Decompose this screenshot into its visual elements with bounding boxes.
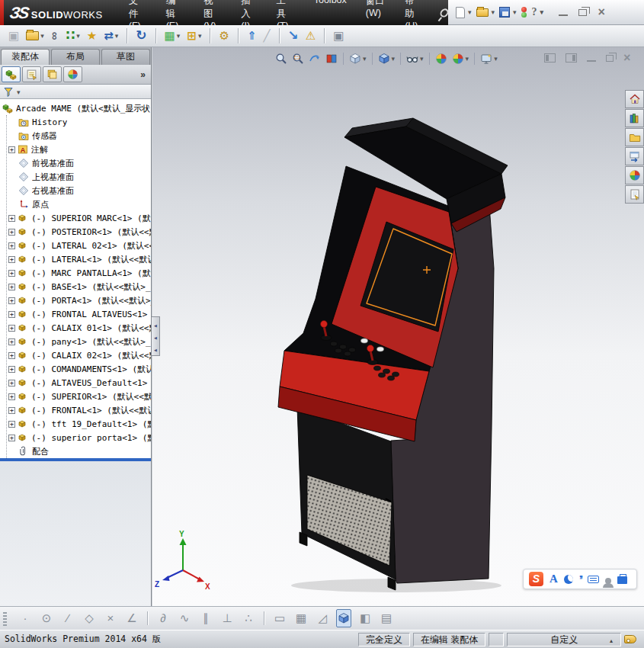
ime-keyboard-icon[interactable] xyxy=(588,576,599,583)
ime-user-icon[interactable] xyxy=(605,578,611,584)
insert-component-icon[interactable] xyxy=(8,27,20,45)
expand-toggle[interactable] xyxy=(8,297,15,304)
expand-toggle[interactable] xyxy=(8,325,15,332)
doc-minimize-icon[interactable] xyxy=(587,54,596,62)
snap-polygon-icon[interactable]: ◇ xyxy=(82,609,97,627)
expand-toggle[interactable] xyxy=(8,311,15,318)
tree-item-component[interactable]: (-) PORTA<1> (默认<<默认>_ xyxy=(7,294,151,307)
tree-item-top-plane[interactable]: 上视基准面 xyxy=(7,170,151,184)
pane-left-icon[interactable] xyxy=(544,53,556,63)
tree-item-mates[interactable]: 配合 xyxy=(7,444,151,458)
open-document-icon[interactable] xyxy=(25,27,45,45)
expand-toggle[interactable] xyxy=(8,229,15,236)
edit-appearance-icon[interactable] xyxy=(434,52,448,66)
graphics-area[interactable]: × xyxy=(152,47,644,606)
arcade-cabinet-model[interactable] xyxy=(278,118,508,592)
section-view-icon[interactable] xyxy=(325,52,338,66)
snap-point-icon[interactable]: · xyxy=(18,609,33,627)
tree-item-component[interactable]: (-) FRONTAL<1> (默认<<默认 xyxy=(7,403,151,417)
new-document-button[interactable] xyxy=(456,7,472,18)
snap-perpendicular-icon[interactable]: ⊥ xyxy=(219,609,235,627)
apply-scene-icon[interactable] xyxy=(451,52,470,66)
panel-splitter-handle[interactable] xyxy=(152,316,160,356)
exploded-view-icon[interactable] xyxy=(246,27,258,45)
expand-toggle[interactable] xyxy=(8,284,15,290)
tree-item-history[interactable]: History xyxy=(7,115,151,129)
tree-item-component[interactable]: (-) CALAIX 02<1> (默认<<默 xyxy=(7,348,151,362)
new-motion-study-icon[interactable] xyxy=(218,27,229,45)
snap-grid-icon[interactable]: ▦ xyxy=(293,609,309,627)
toolbar-grip[interactable] xyxy=(3,611,7,626)
tree-item-component[interactable]: (-) tft 19_Default<1> (默 xyxy=(7,417,151,431)
ime-punctuation-icon[interactable]: ’’ xyxy=(579,573,582,585)
tree-item-component[interactable]: (-) COMANDAMENTS<1> (默认 xyxy=(7,362,151,376)
tree-item-front-plane[interactable]: 前视基准面 xyxy=(7,156,151,170)
expand-toggle[interactable] xyxy=(8,435,15,441)
hide-show-items-icon[interactable] xyxy=(405,52,425,66)
tree-item-component[interactable]: (-) MARC PANTALLA<1> (默认 xyxy=(7,266,151,280)
tab-sketch[interactable]: 草图 xyxy=(101,49,150,65)
previous-view-icon[interactable] xyxy=(308,52,322,66)
expand-toggle[interactable] xyxy=(8,393,15,400)
snap-line-icon[interactable]: ∕ xyxy=(60,609,75,627)
snap-spline-icon[interactable]: ∿ xyxy=(177,609,192,627)
rotate-component-icon[interactable] xyxy=(135,27,147,45)
tree-item-component[interactable]: (-) SUPERIOR<1> (默认<<默 xyxy=(7,390,151,403)
smart-fasteners-icon[interactable] xyxy=(86,27,98,45)
zoom-to-area-icon[interactable] xyxy=(291,52,305,66)
tree-item-sensors[interactable]: 传感器 xyxy=(7,129,151,143)
doc-close-icon[interactable]: × xyxy=(623,54,630,62)
featuremanager-tree-tab[interactable] xyxy=(2,66,21,82)
expand-toggle[interactable] xyxy=(8,338,15,345)
viewport-pane-icon[interactable]: ◧ xyxy=(357,609,373,627)
tree-root-assembly[interactable]: Arcade MAME (默认<默认_显示状 xyxy=(0,101,151,115)
save-button[interactable] xyxy=(499,7,517,18)
open-document-button[interactable] xyxy=(476,8,495,17)
help-button[interactable]: ? xyxy=(532,6,544,18)
custom-toolbar-selector[interactable]: 自定义 xyxy=(507,633,621,646)
snap-length-icon[interactable]: ▭ xyxy=(272,609,287,627)
pane-right-icon[interactable] xyxy=(566,53,577,63)
snap-angle-icon[interactable]: ∠ xyxy=(124,609,139,627)
expand-toggle[interactable] xyxy=(8,352,15,359)
expand-toggle[interactable] xyxy=(8,407,15,414)
tree-item-annotations[interactable]: 注解 xyxy=(7,143,151,156)
custom-properties-icon[interactable] xyxy=(625,185,644,204)
expand-toggle[interactable] xyxy=(8,256,15,263)
home-icon[interactable] xyxy=(625,90,644,108)
tree-item-component[interactable]: (-) superior porta<1> (默 xyxy=(7,431,151,444)
file-explorer-icon[interactable] xyxy=(625,147,644,165)
solidworks-resources-icon[interactable] xyxy=(625,109,644,127)
filter-funnel-icon[interactable] xyxy=(3,86,14,97)
tag-icon[interactable] xyxy=(624,635,636,643)
doc-restore-icon[interactable] xyxy=(606,55,614,62)
instant3d-warning-icon[interactable] xyxy=(305,27,316,45)
tree-item-component[interactable]: (-) BASE<1> (默认<<默认>_ xyxy=(7,280,151,294)
preview-window-icon[interactable] xyxy=(332,27,344,45)
appearances-scenes-icon[interactable] xyxy=(625,166,644,184)
expand-toggle[interactable] xyxy=(8,242,15,249)
tab-assembly[interactable]: 装配体 xyxy=(1,49,50,65)
shaded-cube-icon[interactable] xyxy=(336,609,351,627)
view-orientation-icon[interactable] xyxy=(348,52,367,66)
mate-icon[interactable] xyxy=(50,27,60,45)
large-design-review-icon[interactable] xyxy=(287,27,300,45)
tree-item-component[interactable]: (-) pany<1> (默认<<默认>_ xyxy=(7,335,151,348)
expand-toggle[interactable] xyxy=(8,380,15,387)
tree-item-component[interactable]: (-) POSTERIOR<1> (默认<<默 xyxy=(7,225,151,239)
tree-item-component[interactable]: (-) CALAIX 01<1> (默认<<默 xyxy=(7,321,151,335)
linear-component-pattern-icon[interactable] xyxy=(65,27,80,45)
displaymanager-tab[interactable] xyxy=(63,66,82,82)
view-settings-icon[interactable] xyxy=(479,52,498,66)
tree-item-component[interactable]: (-) LATERAL<1> (默认<<默认 xyxy=(7,252,151,266)
restore-button[interactable] xyxy=(578,9,587,16)
rebuild-button[interactable] xyxy=(521,6,527,18)
snap-center-icon[interactable]: ⊙ xyxy=(39,609,54,627)
snap-angle2-icon[interactable]: ◿ xyxy=(315,609,330,627)
expand-toggle[interactable] xyxy=(8,270,15,277)
configurationmanager-tab[interactable] xyxy=(43,66,62,82)
move-component-icon[interactable] xyxy=(103,27,119,45)
assembly-features-icon[interactable] xyxy=(186,27,202,45)
snap-tangent-icon[interactable]: ∂ xyxy=(155,609,171,627)
expand-toggle[interactable] xyxy=(8,215,15,222)
